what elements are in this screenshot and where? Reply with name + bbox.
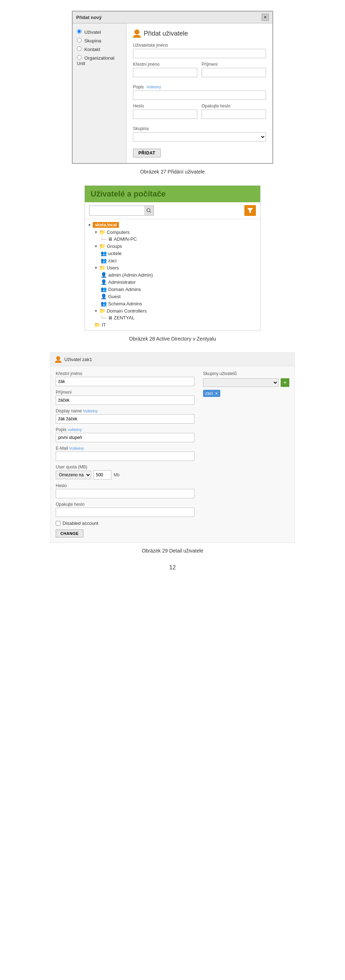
ud-repeat-password-input[interactable] [56,508,194,517]
users-label: Users [107,265,119,270]
ud-repeat-password-label: Opakujte heslo [56,502,194,507]
ud-description-group: Popis volitelný [56,427,194,442]
password-input[interactable] [133,110,197,119]
groups-folder-icon: 📁 [99,243,105,249]
group-tag-label: zaci [205,391,213,396]
sidebar-option-group[interactable]: Skupina [77,38,122,43]
password-label: Heslo [133,103,197,108]
tree-admin-pc[interactable]: └─ 🖥 ADMIN-PC [101,235,260,242]
disabled-checkbox[interactable] [56,521,60,525]
group-add-select[interactable] [203,378,278,387]
users-expand-icon: ▼ [94,266,98,270]
tree-admin[interactable]: 👤 admin (Admin Admin) [101,271,260,278]
tree-root[interactable]: ▼ skola.local [88,221,260,229]
group-add-button[interactable]: + [281,378,289,387]
ud-quota-label: User quota (MB) [56,465,194,469]
user-icon [133,29,141,38]
description-input[interactable] [133,91,266,100]
computer-icon: 🖥 [108,236,113,242]
ud-description-input[interactable] [56,433,194,442]
guest-label: Guest [108,294,121,299]
lastname-group: Příjmení [202,62,266,77]
group-group: Skupina [133,126,266,142]
submit-button[interactable]: PŘIDAT [133,149,161,158]
ud-email-input[interactable] [56,452,194,461]
quota-select[interactable]: Omezeno na [56,471,91,479]
tree-domain-admins[interactable]: 👥 Domain Admins [101,286,260,293]
group-tag-remove[interactable]: × [215,390,218,396]
username-input[interactable] [133,49,266,58]
sidebar-option-user[interactable]: Uživatel [77,29,122,35]
dialog-sidebar: Uživatel Skupina Kontakt Organizational … [73,23,127,163]
sidebar-option-contact[interactable]: Kontakt [77,46,122,52]
ud-lastname-group: Příjmení [56,390,194,405]
sidebar-option-ou[interactable]: Organizational Unit [77,55,122,66]
tree-guest[interactable]: 👤 Guest [101,293,260,300]
lastname-input[interactable] [202,68,266,77]
tree-zaci[interactable]: 👥 zaci [101,257,260,264]
ud-displayname-label: Display name Volitelný [56,409,194,414]
search-input[interactable] [89,206,144,215]
ucitele-label: ucitele [108,251,122,256]
quota-number-input[interactable] [94,470,111,480]
filter-button[interactable] [244,205,256,216]
zaci-label: zaci [108,258,116,263]
tree-users-children: 👤 admin (Admin Admin) 👤 Administrator 👥 … [94,271,260,307]
group-add-row: + [203,378,289,387]
dialog-close-button[interactable]: × [262,14,269,21]
ud-firstname-input[interactable] [56,377,194,386]
tree-users[interactable]: ▼ 📁 Users [94,264,260,271]
tree-zentyal[interactable]: └─ 🖥 ZENTYAL [101,314,260,321]
firstname-label: Křestní jméno [133,62,197,67]
tree-computers[interactable]: ▼ 📁 Computers [94,229,260,235]
figure-29-caption: Obrázek 29 Detail uživatele [141,548,203,554]
ud-password-group: Heslo [56,483,194,498]
ud-password-input[interactable] [56,489,194,498]
user-icon-admin: 👤 [101,272,107,278]
description-label: Popis Volitelný [133,84,266,89]
ud-displayname-input[interactable] [56,414,194,423]
user-icon-administrator: 👤 [101,279,107,285]
expand-icon: ▼ [88,223,91,227]
root-label: skola.local [93,222,119,228]
repeat-password-input[interactable] [202,110,266,119]
form-heading: Přidat uživatele [133,29,266,38]
admin-pc-label: ADMIN-PC [114,236,137,242]
lastname-label: Příjmení [202,62,266,67]
ud-repeat-password-group: Opakujte heslo [56,502,194,517]
tree-domain-controllers[interactable]: ▼ 📁 Domain Controllers [94,307,260,314]
ud-disabled-group: Disabled account [56,520,194,526]
tree-it[interactable]: 📁 IT [94,321,260,328]
ud-displayname-group: Display name Volitelný [56,409,194,423]
ud-quota-group: User quota (MB) Omezeno na Mb [56,465,194,480]
computers-folder-icon: 📁 [99,229,105,235]
firstname-input[interactable] [133,68,197,77]
tree-administrator[interactable]: 👤 Administrator [101,278,260,286]
ud-lastname-input[interactable] [56,396,194,405]
tree-groups[interactable]: ▼ 📁 Groups [94,242,260,250]
tree-groups-children: 👥 ucitele 👥 zaci [94,250,260,264]
tree-dc-children: └─ 🖥 ZENTYAL [94,314,260,321]
ud-email-label: E-Mail Volitelný [56,446,194,451]
page-number: 12 [0,564,345,571]
change-button[interactable]: CHANGE [56,530,83,538]
name-row: Křestní jméno Příjmení [133,62,266,81]
it-label: IT [102,322,106,328]
ud-password-label: Heslo [56,483,194,488]
tree-schema-admins[interactable]: 👥 Schema Admins [101,300,260,307]
user-detail-body: Křestní jméno Příjmení Display name Voli… [51,366,294,542]
user-detail-title: Uživatel zak1 [64,357,92,362]
group-select[interactable] [133,132,266,142]
group-icon-domainadmins: 👥 [101,286,107,292]
users-folder-icon: 📁 [99,265,105,270]
search-button[interactable] [144,206,153,215]
svg-line-2 [150,212,151,213]
svg-point-4 [56,356,60,360]
username-label: Uživatelské jméno [133,43,266,48]
repeat-password-label: Opakujte heslo [202,103,266,108]
ud-description-label: Popis volitelný [56,427,194,432]
tree-ucitele[interactable]: 👥 ucitele [101,250,260,257]
tree-computers-children: └─ 🖥 ADMIN-PC [94,235,260,242]
search-box [89,205,154,216]
user-detail-titlebar: Uživatel zak1 [51,353,294,366]
